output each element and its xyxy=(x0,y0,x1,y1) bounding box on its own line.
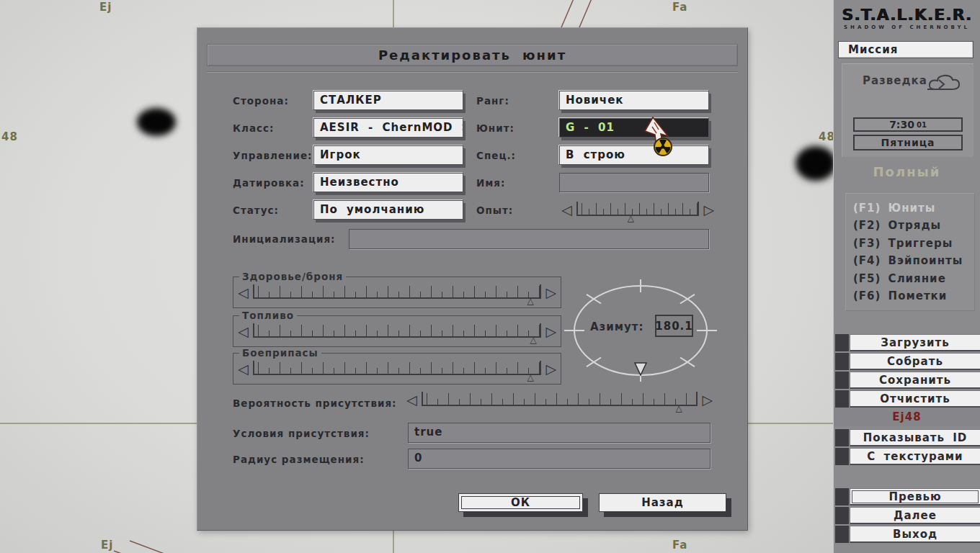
status-label: Статус: xyxy=(233,204,279,216)
presence-probability-label: Вероятность присутствия: xyxy=(233,397,397,409)
stalker-logo-title: S.T.A.L.K.E.R. xyxy=(834,6,980,24)
slider-right-arrow[interactable]: ▷ xyxy=(703,204,714,216)
day-display: Пятница xyxy=(853,135,963,150)
title-separator xyxy=(207,71,738,73)
next-button[interactable]: Далее xyxy=(850,507,980,524)
slider-thumb[interactable]: △ xyxy=(628,215,634,222)
grid-label: Fa xyxy=(672,539,688,552)
grid-label: Fa xyxy=(672,1,688,14)
save-button[interactable]: Сохранить xyxy=(850,372,980,389)
slider-thumb[interactable]: △ xyxy=(527,297,533,305)
unit-label: Юнит: xyxy=(476,122,514,134)
health-armor-slider[interactable]: ◁ △ ▷ xyxy=(238,284,556,299)
clear-button[interactable]: Отчистить xyxy=(850,390,980,408)
control-field[interactable]: Игрок xyxy=(313,145,463,165)
menu-item-merge[interactable]: (F5) Слияние xyxy=(853,272,974,285)
exit-button[interactable]: Выход xyxy=(850,526,980,543)
button-shadow-block xyxy=(835,448,849,465)
name-field[interactable] xyxy=(559,173,709,192)
fuel-legend: Топливо xyxy=(239,310,297,321)
status-field[interactable]: По умолчанию xyxy=(313,200,463,220)
back-button[interactable]: Назад xyxy=(599,493,726,512)
spec-label: Спец.: xyxy=(476,150,516,161)
grid-label: Ej xyxy=(101,539,113,552)
slider-left-arrow[interactable]: ◁ xyxy=(406,394,417,406)
fuel-slider[interactable]: ◁ △ ▷ xyxy=(238,323,556,338)
slider-ruler[interactable]: △ xyxy=(422,392,698,406)
editor-mode-menu: (F1) Юниты (F2) Отряды (F3) Триггеры (F4… xyxy=(845,193,975,311)
init-field[interactable] xyxy=(349,229,709,249)
rank-label: Ранг: xyxy=(476,95,509,107)
azimuth-marker[interactable] xyxy=(635,363,646,375)
experience-slider[interactable]: ◁ △ ▷ xyxy=(561,202,714,216)
slider-ruler[interactable]: △ xyxy=(576,202,700,216)
rank-field[interactable]: Новичек xyxy=(559,91,709,110)
azimuth-widget[interactable]: Азимут: 180.1 xyxy=(561,277,720,385)
assemble-button[interactable]: Собрать xyxy=(850,353,980,370)
ammo-group: Боеприпасы ◁ △ ▷ xyxy=(233,353,561,385)
placement-radius-field[interactable]: 0 xyxy=(408,449,710,469)
edit-unit-dialog: Редактировать юнит Сторона: СТАЛКЕР Ранг… xyxy=(197,27,748,531)
grid-label: Ej xyxy=(99,1,112,14)
menu-item-squads[interactable]: (F2) Отряды xyxy=(853,219,974,232)
health-armor-legend: Здоровье/броня xyxy=(239,271,346,282)
slider-right-arrow[interactable]: ▷ xyxy=(545,363,556,375)
dialog-titlebar: Редактировать юнит xyxy=(207,44,738,66)
menu-item-marks[interactable]: (F6) Пометки xyxy=(853,289,974,302)
slider-left-arrow[interactable]: ◁ xyxy=(238,363,249,375)
init-label: Инициализация: xyxy=(233,233,336,245)
mission-button[interactable]: Миссия xyxy=(838,41,974,58)
name-label: Имя: xyxy=(476,177,505,189)
presence-probability-slider[interactable]: ◁ △ ▷ xyxy=(406,392,713,406)
button-shadow-block xyxy=(835,488,849,505)
time-value: 7:30 xyxy=(889,119,914,130)
load-button[interactable]: Загрузить xyxy=(850,334,980,351)
slider-left-arrow[interactable]: ◁ xyxy=(238,325,249,338)
textures-toggle[interactable]: С текстурами xyxy=(850,448,980,465)
ammo-slider[interactable]: ◁ △ ▷ xyxy=(238,361,556,375)
radiation-cursor-icon xyxy=(637,115,683,161)
show-id-toggle[interactable]: Показывать ID xyxy=(850,429,980,446)
slider-ruler[interactable]: △ xyxy=(253,361,542,375)
presence-condition-field[interactable]: true xyxy=(408,423,710,443)
game-cursor xyxy=(637,115,683,164)
control-label: Управление: xyxy=(233,150,312,161)
dialog-title: Редактировать юнит xyxy=(378,48,566,63)
slider-ruler[interactable]: △ xyxy=(253,284,542,299)
slider-right-arrow[interactable]: ▷ xyxy=(702,394,713,406)
slider-ruler[interactable]: △ xyxy=(253,323,542,338)
class-field[interactable]: AESIR - ChernMOD S xyxy=(313,118,463,138)
menu-item-waypoints[interactable]: (F4) Вэйпоинты xyxy=(853,254,974,267)
slider-right-arrow[interactable]: ▷ xyxy=(545,287,556,299)
side-label: Сторона: xyxy=(233,95,289,107)
preview-button[interactable]: Превью xyxy=(850,488,980,505)
map-unit-blob xyxy=(137,108,176,136)
slider-thumb[interactable]: △ xyxy=(676,405,682,413)
side-field[interactable]: СТАЛКЕР xyxy=(313,91,463,110)
map-unit-blob xyxy=(796,146,836,181)
stalker-logo-subtitle: SHADOW OF CHERNOBYL xyxy=(834,24,980,30)
spec-field[interactable]: В строю xyxy=(559,145,709,165)
slider-left-arrow[interactable]: ◁ xyxy=(238,287,249,299)
menu-item-units[interactable]: (F1) Юниты xyxy=(853,202,974,215)
button-shadow-block xyxy=(835,507,849,524)
presence-condition-label: Условия присутствия: xyxy=(233,428,370,439)
button-shadow-block xyxy=(835,526,849,543)
dating-field[interactable]: Неизвестно xyxy=(313,173,463,192)
time-display: 7:30 01 xyxy=(853,117,963,132)
button-shadow-block xyxy=(835,372,849,389)
ok-button[interactable]: ОК xyxy=(458,493,583,512)
azimuth-label: Азимут: xyxy=(590,320,644,333)
slider-thumb[interactable]: △ xyxy=(527,374,533,382)
slider-left-arrow[interactable]: ◁ xyxy=(561,204,572,216)
azimuth-value[interactable]: 180.1 xyxy=(655,315,693,337)
time-seconds: 01 xyxy=(917,121,927,129)
experience-label: Опыт: xyxy=(476,204,513,216)
menu-item-triggers[interactable]: (F3) Триггеры xyxy=(853,237,974,250)
unit-field[interactable]: G - 01 xyxy=(559,118,709,138)
placement-radius-label: Радиус размещения: xyxy=(233,454,365,465)
button-shadow-block xyxy=(835,390,849,408)
slider-right-arrow[interactable]: ▷ xyxy=(545,325,556,338)
slider-thumb[interactable]: △ xyxy=(530,336,536,344)
class-label: Класс: xyxy=(233,122,274,134)
